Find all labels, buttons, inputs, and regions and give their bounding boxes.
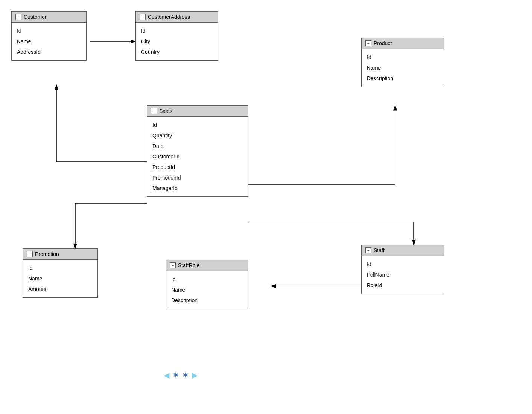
sales-table: − Sales Id Quantity Date CustomerId Prod… — [147, 105, 248, 197]
product-table-title: Product — [374, 40, 392, 46]
staff-field-roleid: RoleId — [367, 280, 438, 291]
customer-table-title: Customer — [24, 14, 47, 20]
customer-field-name: Name — [17, 36, 81, 47]
sales-table-body: Id Quantity Date CustomerId ProductId Pr… — [147, 117, 248, 196]
customer-table-body: Id Name AddressId — [12, 23, 86, 60]
customeraddress-table: − CustomerAddress Id City Country — [135, 11, 218, 61]
customeraddress-field-id: Id — [141, 26, 213, 36]
staffrole-collapse-btn[interactable]: − — [170, 262, 176, 268]
sales-field-productid: ProductId — [152, 162, 243, 172]
customeraddress-table-header[interactable]: − CustomerAddress — [136, 12, 218, 23]
promotion-table-header[interactable]: − Promotion — [23, 249, 97, 260]
customeraddress-table-body: Id City Country — [136, 23, 218, 60]
product-table-body: Id Name Description — [362, 49, 444, 87]
staffrole-table-body: Id Name Description — [166, 271, 248, 309]
product-field-description: Description — [367, 73, 438, 84]
customer-table-header[interactable]: − Customer — [12, 12, 86, 23]
staffrole-prev-btn[interactable]: ◀ — [164, 371, 169, 380]
promotion-field-id: Id — [28, 263, 92, 273]
customer-collapse-btn[interactable]: − — [15, 14, 21, 20]
sales-field-managerid: ManagerId — [152, 183, 243, 193]
staffrole-table-header[interactable]: − StaffRole — [166, 260, 248, 271]
sales-field-customerid: CustomerId — [152, 151, 243, 162]
customeraddress-collapse-btn[interactable]: − — [140, 14, 146, 20]
sales-field-promotionid: PromotionId — [152, 172, 243, 183]
sales-field-id: Id — [152, 120, 243, 130]
staffrole-asterisk-right: ✱ — [182, 371, 188, 379]
staff-table-title: Staff — [374, 247, 385, 253]
product-table: − Product Id Name Description — [361, 38, 444, 87]
staffrole-field-description: Description — [171, 295, 243, 306]
product-table-header[interactable]: − Product — [362, 38, 444, 49]
sales-field-date: Date — [152, 141, 243, 151]
staff-field-id: Id — [367, 259, 438, 269]
connections-layer — [0, 0, 532, 414]
product-field-id: Id — [367, 52, 438, 62]
sales-field-quantity: Quantity — [152, 130, 243, 141]
staff-table: − Staff Id FullName RoleId — [361, 245, 444, 294]
customer-field-id: Id — [17, 26, 81, 36]
staff-table-body: Id FullName RoleId — [362, 256, 444, 294]
staffrole-asterisk-left: ✱ — [173, 371, 179, 379]
staffrole-field-name: Name — [171, 285, 243, 295]
staffrole-table: − StaffRole Id Name Description — [166, 260, 248, 309]
product-field-name: Name — [367, 62, 438, 73]
staffrole-nav-controls[interactable]: ◀ ✱ ✱ ▶ — [164, 371, 198, 380]
promotion-table: − Promotion Id Name Amount — [23, 248, 98, 298]
promotion-table-body: Id Name Amount — [23, 260, 97, 297]
staffrole-table-title: StaffRole — [178, 262, 199, 268]
sales-collapse-btn[interactable]: − — [151, 108, 157, 114]
customeraddress-table-title: CustomerAddress — [148, 14, 190, 20]
staff-collapse-btn[interactable]: − — [365, 247, 371, 253]
staffrole-next-btn[interactable]: ▶ — [192, 371, 198, 380]
customer-table: − Customer Id Name AddressId — [11, 11, 87, 61]
promotion-table-title: Promotion — [35, 251, 59, 257]
product-collapse-btn[interactable]: − — [365, 40, 371, 46]
sales-table-title: Sales — [159, 108, 172, 114]
staffrole-field-id: Id — [171, 274, 243, 285]
promotion-field-amount: Amount — [28, 284, 92, 294]
customeraddress-field-country: Country — [141, 47, 213, 57]
sales-table-header[interactable]: − Sales — [147, 106, 248, 117]
promotion-collapse-btn[interactable]: − — [27, 251, 33, 257]
staff-table-header[interactable]: − Staff — [362, 245, 444, 256]
customeraddress-field-city: City — [141, 36, 213, 47]
customer-field-addressid: AddressId — [17, 47, 81, 57]
promotion-field-name: Name — [28, 273, 92, 284]
staff-field-fullname: FullName — [367, 269, 438, 280]
